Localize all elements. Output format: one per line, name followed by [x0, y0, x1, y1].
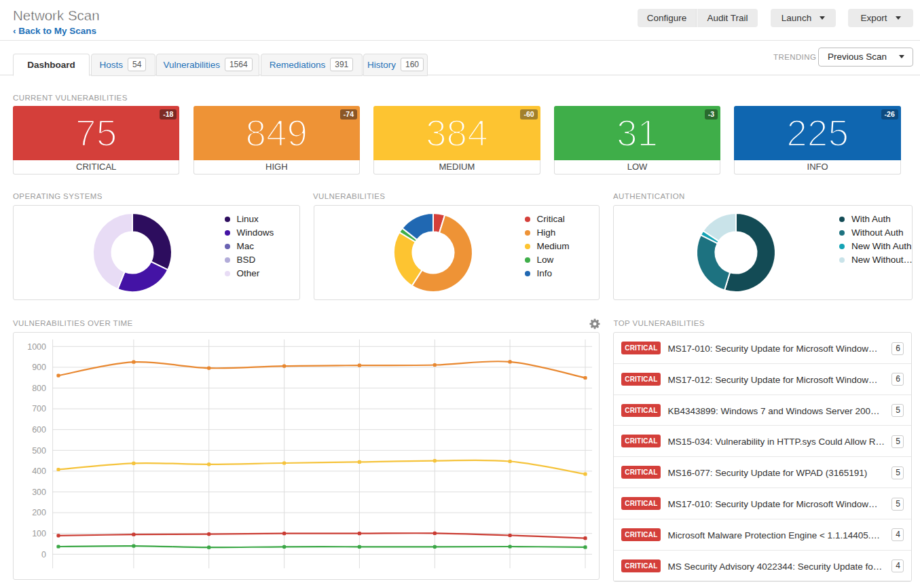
svg-text:400: 400	[32, 466, 46, 476]
svg-text:300: 300	[32, 488, 46, 497]
svg-text:100: 100	[32, 529, 46, 538]
svg-text:700: 700	[32, 404, 46, 414]
svg-text:600: 600	[32, 425, 46, 435]
svg-text:200: 200	[32, 508, 46, 517]
svg-text:500: 500	[32, 446, 46, 456]
svg-text:0: 0	[41, 550, 46, 559]
svg-text:800: 800	[32, 384, 46, 393]
svg-text:900: 900	[32, 363, 46, 372]
svg-text:1000: 1000	[27, 342, 46, 352]
